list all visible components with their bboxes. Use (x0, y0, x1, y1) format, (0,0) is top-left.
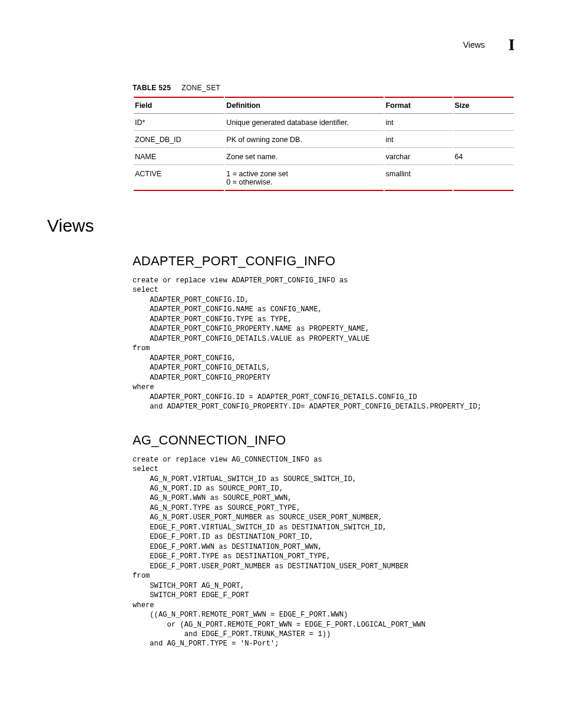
table-row: ID* Unique generated database identifier… (134, 115, 514, 131)
cell-field: ID* (134, 115, 224, 131)
cell-definition: 1 = active zone set 0 = otherwise. (225, 166, 383, 191)
cell-definition: Unique generated database identifier. (225, 115, 383, 131)
cell-definition: Zone set name. (225, 149, 383, 165)
cell-size: 64 (454, 149, 514, 165)
table-caption: TABLE 525 ZONE_SET (133, 84, 515, 92)
header-section-label: Views (463, 40, 485, 50)
cell-format: smallint (385, 166, 452, 191)
table-number: TABLE 525 (133, 84, 171, 92)
cell-field: ZONE_DB_ID (134, 132, 224, 148)
section-heading-views: Views (47, 216, 515, 236)
cell-format: varchar (385, 149, 452, 165)
col-header-definition: Definition (225, 97, 383, 114)
table-row: ZONE_DB_ID PK of owning zone DB. int (134, 132, 514, 148)
cell-size (454, 166, 514, 191)
cell-definition: PK of owning zone DB. (225, 132, 383, 148)
table-header-row: Field Definition Format Size (134, 97, 514, 114)
cell-field: NAME (134, 149, 224, 165)
cell-format: int (385, 115, 452, 131)
header-chapter-marker: I (508, 35, 515, 54)
cell-format: int (385, 132, 452, 148)
cell-field: ACTIVE (134, 166, 224, 191)
col-header-size: Size (454, 97, 514, 114)
table-name: ZONE_SET (181, 84, 220, 92)
view-sql-code: create or replace view AG_CONNECTION_INF… (133, 455, 515, 649)
schema-table: Field Definition Format Size ID* Unique … (133, 95, 515, 192)
table-row: ACTIVE 1 = active zone set 0 = otherwise… (134, 166, 514, 191)
page-header: Views I (47, 35, 515, 54)
cell-size (454, 115, 514, 131)
view-sql-code: create or replace view ADAPTER_PORT_CONF… (133, 276, 515, 412)
col-header-field: Field (134, 97, 224, 114)
view-heading: ADAPTER_PORT_CONFIG_INFO (133, 253, 515, 269)
view-heading: AG_CONNECTION_INFO (133, 433, 515, 448)
col-header-format: Format (385, 97, 452, 114)
table-row: NAME Zone set name. varchar 64 (134, 149, 514, 165)
cell-size (454, 132, 514, 148)
